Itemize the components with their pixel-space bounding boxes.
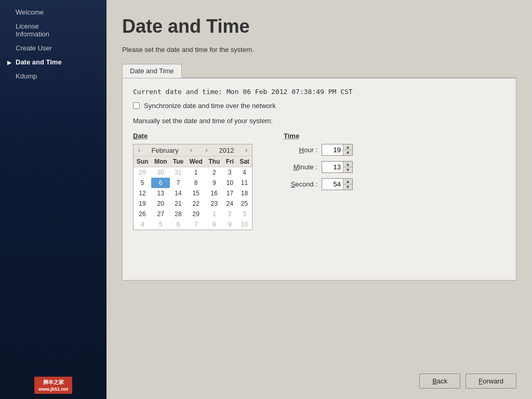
calendar-day[interactable]: 28 [170, 209, 186, 219]
calendar-day[interactable]: 24 [223, 198, 237, 209]
main-content: Date and Time Please set the date and ti… [107, 0, 532, 399]
prev-month-button[interactable]: ‹ [136, 146, 143, 154]
panel-box: Current date and time: Mon 06 Feb 2012 0… [122, 78, 516, 281]
calendar-day[interactable]: 19 [134, 198, 151, 209]
tab-date-time[interactable]: Date and Time [122, 64, 182, 78]
calendar-day[interactable]: 26 [134, 209, 151, 219]
calendar-day[interactable]: 22 [187, 198, 206, 209]
calendar-day[interactable]: 8 [187, 178, 206, 188]
tab-bar: Date and Time [122, 64, 516, 78]
calendar-day[interactable]: 13 [151, 188, 170, 198]
bottom-bar: Back Forward [419, 374, 516, 389]
date-section: Date ‹ February › ‹ 2012 › [133, 132, 252, 230]
hour-increment[interactable]: ▲ [343, 144, 352, 150]
minute-spinbox-buttons: ▲ ▼ [343, 162, 352, 172]
time-section-title: Time [284, 132, 353, 140]
calendar-day[interactable]: 25 [237, 198, 252, 209]
calendar-day[interactable]: 18 [237, 188, 252, 198]
calendar-month: February [152, 147, 179, 154]
calendar-day[interactable]: 3 [237, 209, 252, 219]
time-section: Time Hour : ▲ ▼ Minute : [284, 132, 353, 195]
prev-year-button[interactable]: ‹ [203, 146, 210, 154]
weekday-thu: Thu [206, 156, 223, 167]
calendar-day[interactable]: 5 [134, 178, 151, 188]
calendar-day[interactable]: 6 [151, 178, 170, 188]
calendar-day[interactable]: 29 [134, 167, 151, 178]
sidebar-item-welcome[interactable]: Welcome [0, 5, 107, 19]
calendar-day[interactable]: 9 [206, 178, 223, 188]
sync-checkbox[interactable] [133, 102, 140, 109]
date-time-container: Date ‹ February › ‹ 2012 › [133, 132, 506, 230]
calendar-day[interactable]: 20 [151, 198, 170, 209]
calendar-day[interactable]: 15 [187, 188, 206, 198]
minute-input[interactable] [322, 162, 343, 172]
next-year-button[interactable]: › [243, 146, 250, 154]
hour-input[interactable] [322, 144, 343, 155]
calendar-day[interactable]: 27 [151, 209, 170, 219]
sidebar-item-label: Date and Time [16, 58, 62, 66]
calendar-day[interactable]: 5 [151, 219, 170, 230]
hour-row: Hour : ▲ ▼ [284, 144, 353, 156]
sidebar-item-license[interactable]: LicenseInformation [0, 19, 107, 41]
calendar-day[interactable]: 29 [187, 209, 206, 219]
weekday-mon: Mon [151, 156, 170, 167]
hour-spinbox: ▲ ▼ [322, 144, 353, 156]
calendar-day[interactable]: 8 [206, 219, 223, 230]
calendar-day[interactable]: 7 [170, 178, 186, 188]
hour-decrement[interactable]: ▼ [343, 150, 352, 155]
minute-decrement[interactable]: ▼ [343, 167, 352, 172]
calendar-day[interactable]: 21 [170, 198, 186, 209]
second-increment[interactable]: ▲ [343, 179, 352, 184]
calendar-body: 2930311234567891011121314151617181920212… [134, 167, 252, 230]
minute-increment[interactable]: ▲ [343, 162, 352, 167]
calendar-day[interactable]: 17 [223, 188, 237, 198]
current-label: Current date and time: [133, 88, 222, 96]
sidebar-item-kdump[interactable]: Kdump [0, 69, 107, 83]
calendar-day[interactable]: 12 [134, 188, 151, 198]
second-row: Second : ▲ ▼ [284, 178, 353, 190]
next-month-button[interactable]: › [187, 146, 194, 154]
calendar-day[interactable]: 4 [134, 219, 151, 230]
calendar-day[interactable]: 9 [223, 219, 237, 230]
tab-label: Date and Time [130, 67, 174, 75]
calendar-day[interactable]: 31 [170, 167, 186, 178]
calendar-day[interactable]: 23 [206, 198, 223, 209]
current-value: Mon 06 Feb 2012 07:38:49 PM CST [227, 88, 353, 96]
manual-label: Manually set the date and time of your s… [133, 117, 506, 125]
calendar-day[interactable]: 16 [206, 188, 223, 198]
hour-label: Hour : [284, 146, 317, 154]
second-decrement[interactable]: ▼ [343, 184, 352, 190]
calendar-year: 2012 [219, 147, 234, 154]
calendar-day[interactable]: 2 [223, 209, 237, 219]
sidebar-item-label: Welcome [16, 8, 44, 16]
calendar-day[interactable]: 14 [170, 188, 186, 198]
calendar-day[interactable]: 6 [170, 219, 186, 230]
sidebar-item-label: Create User [16, 44, 52, 52]
weekday-sun: Sun [134, 156, 151, 167]
back-button[interactable]: Back [419, 374, 460, 389]
calendar-week-row: 12131415161718 [134, 188, 252, 198]
calendar-week-row: 567891011 [134, 178, 252, 188]
calendar-day[interactable]: 4 [237, 167, 252, 178]
sidebar-item-label: Kdump [16, 72, 37, 80]
sidebar-item-create-user[interactable]: Create User [0, 41, 107, 55]
calendar-day[interactable]: 10 [223, 178, 237, 188]
calendar-day[interactable]: 30 [151, 167, 170, 178]
calendar: ‹ February › ‹ 2012 › Sun Mon Tue [133, 144, 252, 230]
calendar-day[interactable]: 1 [187, 167, 206, 178]
weekday-sat: Sat [237, 156, 252, 167]
calendar-day[interactable]: 11 [237, 178, 252, 188]
calendar-day[interactable]: 10 [237, 219, 252, 230]
minute-spinbox: ▲ ▼ [322, 161, 353, 173]
sidebar-logo: 脚本之家www.jb51.net [0, 371, 107, 399]
calendar-day[interactable]: 3 [223, 167, 237, 178]
calendar-header-row: Sun Mon Tue Wed Thu Fri Sat [134, 156, 252, 167]
second-spinbox-buttons: ▲ ▼ [343, 179, 352, 190]
calendar-day[interactable]: 2 [206, 167, 223, 178]
second-input[interactable] [322, 179, 343, 190]
forward-button[interactable]: Forward [466, 374, 516, 389]
calendar-day[interactable]: 1 [206, 209, 223, 219]
sidebar-item-date-time[interactable]: Date and Time [0, 55, 107, 69]
calendar-day[interactable]: 7 [187, 219, 206, 230]
calendar-grid: Sun Mon Tue Wed Thu Fri Sat 293031123456… [134, 156, 252, 230]
